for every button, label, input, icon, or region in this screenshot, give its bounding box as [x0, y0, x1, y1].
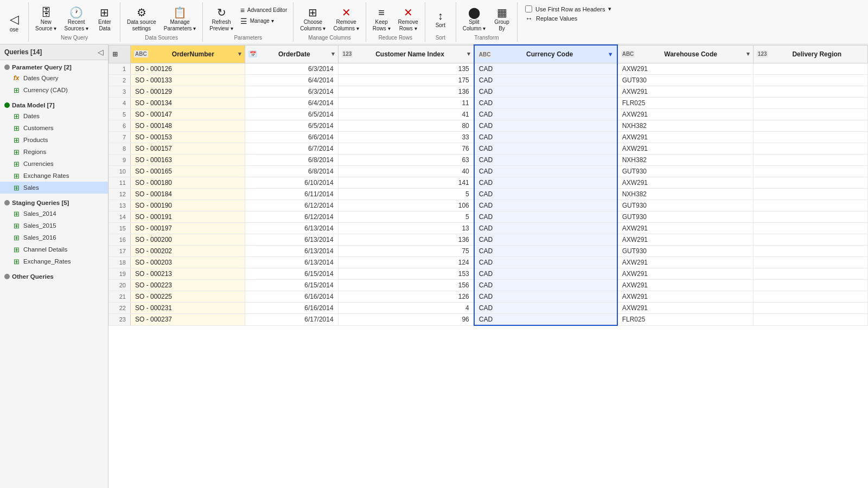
choose-columns-button[interactable]: ⊞ ChooseColumns ▾ [297, 5, 329, 34]
sidebar-item-dates[interactable]: ⊞ Dates [0, 110, 108, 122]
warehouse-code-filter-icon[interactable]: ▾ [746, 50, 750, 57]
order-date-filter-icon[interactable]: ▾ [331, 50, 335, 57]
currency-code-filter-icon[interactable]: ▼ [608, 51, 614, 57]
toolbar-group-sort: ↕ Sort Sort [425, 2, 456, 42]
sidebar-group-header-data-model[interactable]: Data Model [7] [0, 100, 108, 110]
cell-customer-index: 136 [338, 234, 474, 246]
sidebar-item-regions[interactable]: ⊞ Regions [0, 146, 108, 158]
recent-sources-button[interactable]: 🕐 RecentSources ▾ [61, 5, 91, 34]
rownum-header-icon: ⊞ [112, 50, 118, 58]
sidebar-header: Queries [14] ◁ [0, 44, 108, 60]
fx-icon: fx [12, 74, 21, 82]
group-by-button[interactable]: ▦ GroupBy [490, 5, 514, 34]
sidebar-item-products[interactable]: ⊞ Products [0, 134, 108, 146]
sidebar-item-sales[interactable]: ⊞ Sales [0, 182, 108, 194]
col-header-currency-code[interactable]: ABC Currency Code ▼ [474, 45, 617, 63]
close-button[interactable]: ◁ ose [2, 12, 26, 35]
row-number: 16 [109, 234, 131, 246]
row-number: 17 [109, 246, 131, 257]
parameters-group-label: Parameters [234, 35, 262, 42]
new-source-button[interactable]: 🗄 NewSource ▾ [32, 5, 60, 34]
cell-customer-index: 126 [338, 291, 474, 303]
cell-order-number: SO - 000129 [131, 86, 245, 98]
cell-warehouse-code: AXW291 [617, 280, 754, 291]
cell-customer-index: 106 [338, 200, 474, 211]
sidebar-item-customers[interactable]: ⊞ Customers [0, 122, 108, 134]
col-header-order-number[interactable]: ABC OrderNumber ▾ [131, 45, 245, 63]
sidebar-group-header-parameter[interactable]: Parameter Query [2] [0, 62, 108, 72]
choose-columns-icon: ⊞ [308, 7, 317, 18]
row-number: 3 [109, 86, 131, 98]
cell-warehouse-code: AXW291 [617, 143, 754, 155]
table-icon: ⊞ [12, 86, 21, 94]
cell-warehouse-code: GUT930 [617, 246, 754, 257]
col-header-order-date[interactable]: 📅 OrderDate ▾ [245, 45, 339, 63]
advanced-editor-button[interactable]: ≡ Advanced Editor [238, 5, 290, 15]
sidebar-item-channel-details[interactable]: ⊞ Channel Details [0, 243, 108, 255]
close-icon: ◁ [10, 14, 19, 25]
row-number: 19 [109, 268, 131, 280]
remove-columns-icon: ✕ [342, 7, 351, 18]
keep-rows-label: KeepRows ▾ [373, 19, 391, 32]
sidebar-item-sales-2014[interactable]: ⊞ Sales_2014 [0, 208, 108, 220]
table-row: 8 SO - 000157 6/7/2014 76 CAD AXW291 [109, 143, 868, 155]
cell-order-number: SO - 000157 [131, 143, 245, 155]
customer-idx-col-name: Customer Name Index [354, 50, 465, 58]
cell-customer-index: 63 [338, 155, 474, 166]
cell-order-date: 6/5/2014 [245, 109, 339, 120]
sort-label: Sort [436, 22, 445, 29]
table-row: 15 SO - 000197 6/13/2014 13 CAD AXW291 [109, 223, 868, 234]
sidebar-item-exchange-rates[interactable]: ⊞ Exchange Rates [0, 170, 108, 182]
refresh-preview-button[interactable]: ↻ RefreshPreview ▾ [206, 5, 236, 34]
datasource-settings-label: Data sourcesettings [127, 19, 156, 32]
cell-delivery-region [753, 177, 867, 189]
cell-warehouse-code: AXW291 [617, 63, 754, 75]
cell-order-number: SO - 000237 [131, 314, 245, 326]
cell-delivery-region [753, 120, 867, 132]
use-first-row-dropdown[interactable]: ▾ [608, 5, 611, 12]
toolbar-group-right: Use First Row as Headers ▾ ↔ Replace Val… [518, 2, 868, 42]
col-header-delivery-region[interactable]: 123 Delivery Region [753, 45, 867, 63]
sidebar-item-sales-2015[interactable]: ⊞ Sales_2015 [0, 220, 108, 232]
cell-delivery-region [753, 291, 867, 303]
sort-group-label: Sort [436, 35, 445, 42]
sort-button[interactable]: ↕ Sort [429, 9, 452, 30]
col-header-warehouse-code[interactable]: ABC Warehouse Code ▾ [617, 45, 754, 63]
sidebar-group-header-other[interactable]: Other Queries [0, 272, 108, 281]
order-number-filter-icon[interactable]: ▾ [238, 50, 241, 57]
remove-rows-button[interactable]: ✕ RemoveRows ▾ [395, 5, 422, 34]
enter-data-button[interactable]: ⊞ EnterData [93, 5, 117, 34]
sidebar-item-currency-cad[interactable]: ⊞ Currency (CAD) [0, 84, 108, 96]
exchange-rates-stg-icon: ⊞ [12, 257, 21, 266]
sidebar-item-exchange-rates-stg[interactable]: ⊞ Exchange_Rates [0, 255, 108, 267]
row-number: 6 [109, 120, 131, 132]
cell-delivery-region [753, 75, 867, 86]
remove-columns-button[interactable]: ✕ RemoveColumns ▾ [330, 5, 362, 34]
col-header-customer-name-index[interactable]: 123 Customer Name Index ▾ [338, 45, 474, 63]
toolbar: ◁ ose 🗄 NewSource ▾ 🕐 RecentSources ▾ ⊞ … [0, 0, 868, 44]
keep-rows-button[interactable]: ≡ KeepRows ▾ [369, 5, 394, 34]
datasource-settings-button[interactable]: ⚙ Data sourcesettings [124, 5, 159, 34]
staging-dot [4, 200, 10, 206]
table-row: 16 SO - 000200 6/13/2014 136 CAD AXW291 [109, 234, 868, 246]
sidebar-collapse-button[interactable]: ◁ [98, 48, 104, 56]
manage-button[interactable]: ☰ Manage ▾ [238, 16, 277, 26]
sidebar-item-dates-query[interactable]: fx Dates Query [0, 72, 108, 84]
refresh-label: RefreshPreview ▾ [209, 19, 233, 32]
order-number-type-icon: ABC [134, 50, 148, 57]
manage-label: Manage ▾ [250, 18, 274, 24]
cell-customer-index: 96 [338, 314, 474, 326]
sidebar-item-currencies[interactable]: ⊞ Currencies [0, 158, 108, 170]
sidebar-item-sales-2016[interactable]: ⊞ Sales_2016 [0, 232, 108, 243]
use-first-row-checkbox[interactable] [525, 5, 532, 12]
sidebar-group-header-staging[interactable]: Staging Queries [5] [0, 198, 108, 208]
table-container[interactable]: ⊞ ABC OrderNumber ▾ 📅 [108, 44, 868, 488]
cell-warehouse-code: AXW291 [617, 132, 754, 143]
sidebar-group-data-model: Data Model [7] ⊞ Dates ⊞ Customers ⊞ Pro… [0, 98, 108, 196]
cell-order-date: 6/15/2014 [245, 280, 339, 291]
split-column-button[interactable]: ⬤ SplitColumn ▾ [459, 5, 489, 34]
cell-warehouse-code: AXW291 [617, 257, 754, 268]
customer-idx-filter-icon[interactable]: ▾ [467, 50, 470, 57]
manage-icon: ☰ [240, 17, 247, 25]
manage-parameters-button[interactable]: 📋 ManageParameters ▾ [161, 5, 199, 34]
